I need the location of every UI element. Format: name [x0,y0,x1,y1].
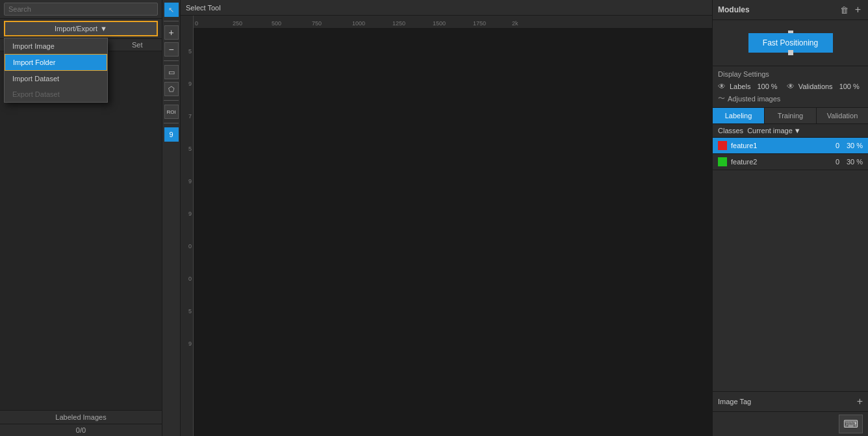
tools-panel: ↖ + − ▭ ⬠ ROI 9 [162,0,181,436]
import-export-label: Import/Export [55,25,97,32]
labels-display-row: 👁 Labels 100 % 👁 Validations 100 % [718,82,863,91]
modules-actions: 🗑 + [838,4,863,16]
class-item-feature2[interactable]: feature2 0 30 % [713,154,868,170]
canvas-main: 5 9 7 5 9 9 0 0 5 9 [181,29,712,436]
v-ruler-mark-4: 5 [188,146,192,152]
validations-eye-icon: 👁 [787,82,795,91]
image-tag-row: Image Tag + [713,391,868,411]
left-ruler: 5 9 7 5 9 9 0 0 5 9 [181,29,194,436]
v-ruler-mark-8: 0 [188,276,192,282]
class-name-feature1: feature1 [731,142,823,149]
current-image-label: Current image [747,127,793,135]
top-ruler-row: 0 250 500 750 1000 1250 1500 1750 2k [181,16,712,29]
v-ruler-mark-7: 0 [188,243,192,250]
class-pct-feature2: 30 % [843,158,863,166]
search-input[interactable] [4,3,158,16]
classes-label: Classes [718,127,743,135]
labels-eye-icon: 👁 [718,82,726,91]
zoom-out-btn[interactable]: − [164,42,179,57]
main-canvas[interactable] [194,29,712,436]
ruler-corner [181,16,194,29]
zoom-in-btn[interactable]: + [164,25,179,40]
tab-training[interactable]: Training [765,108,817,123]
fp-handle-bottom [788,50,793,55]
display-settings-title: Display Settings [718,70,863,78]
v-ruler-mark-5: 9 [188,178,192,185]
class-item-feature1[interactable]: feature1 0 30 % [713,138,868,154]
draw-rect-btn[interactable]: ▭ [164,65,179,79]
display-settings: Display Settings 👁 Labels 100 % 👁 Valida… [713,66,868,107]
validations-pct: 100 % [839,83,860,90]
right-panel: Modules 🗑 + Fast Positioning Display Set… [712,0,868,436]
ruler-mark-0: 0 [195,20,198,27]
import-export-dropdown: Import Image Import Folder Import Datase… [4,38,108,103]
select-tool-btn[interactable]: ↖ [164,3,179,17]
ruler-mark-500: 500 [272,20,281,27]
import-export-button[interactable]: Import/Export ▼ [5,22,157,35]
image-list [0,51,162,410]
page-indicator: 0/0 [0,424,162,436]
tab-labeling[interactable]: Labeling [713,108,765,123]
roi-btn[interactable]: ROI [164,105,179,119]
adjusted-images-row: 〜 Adjusted images [718,94,863,103]
class-count-feature1: 0 [826,142,839,149]
col-header-set: Set [132,41,158,49]
tab-validation[interactable]: Validation [817,108,868,123]
ruler-mark-1000: 1000 [352,20,365,27]
ruler-mark-1500: 1500 [433,20,446,27]
class-pct-feature1: 30 % [843,142,863,149]
modules-title: Modules [718,5,750,14]
image-tag-label: Image Tag [718,398,751,405]
class-color-feature2 [718,157,727,166]
ruler-mark-1250: 1250 [392,20,405,27]
ruler-mark-1750: 1750 [473,20,486,27]
select-tool-text: Select Tool [186,4,221,12]
v-ruler-mark-2: 9 [188,81,192,87]
image-tag-add-btn[interactable]: + [857,396,863,407]
labeled-images-label: Labeled Images [0,410,162,424]
import-export-arrow: ▼ [100,25,107,32]
polygon-btn[interactable]: ⬠ [164,82,179,96]
export-dataset-item[interactable]: Export Dataset [5,86,107,102]
keyboard-btn[interactable]: ⌨ [839,415,863,433]
labels-label: Labels [730,83,750,90]
modules-header: Modules 🗑 + [713,0,868,20]
canvas-area: Select Tool 0 250 500 750 1000 1250 1500… [181,0,712,436]
top-ruler: 0 250 500 750 1000 1250 1500 1750 2k [194,16,712,28]
v-ruler-mark-10: 9 [188,340,192,347]
class-name-feature2: feature2 [731,158,823,166]
class-count-feature2: 0 [826,158,839,166]
current-image-arrow: ▼ [794,127,801,135]
fast-positioning-area: Fast Positioning [713,20,868,66]
current-image-btn[interactable]: Current image ▼ [747,127,801,135]
ruler-mark-2k: 2k [512,20,518,27]
classes-header: Classes Current image ▼ [713,124,868,138]
class-list: feature1 0 30 % feature2 0 30 % [713,138,868,264]
ruler-mark-750: 750 [312,20,322,27]
validations-label: Validations [798,83,833,90]
import-dataset-item[interactable]: Import Dataset [5,71,107,86]
v-ruler-mark-9: 5 [188,308,192,314]
v-ruler-mark-6: 9 [188,211,192,217]
select-tool-bar: Select Tool [181,0,712,16]
class-color-feature1 [718,141,727,150]
add-module-btn[interactable]: + [853,4,863,16]
ruler-mark-250: 250 [233,20,242,27]
import-image-item[interactable]: Import Image [5,38,107,54]
import-folder-item[interactable]: Import Folder [5,54,107,71]
tabs-row: Labeling Training Validation [713,107,868,124]
number-btn[interactable]: 9 [164,127,179,142]
delete-module-btn[interactable]: 🗑 [838,4,850,16]
v-ruler-mark-1: 5 [188,48,192,55]
keyboard-area: ⌨ [713,411,868,436]
labels-pct: 100 % [757,83,777,90]
adjusted-images-label: Adjusted images [728,95,780,103]
v-ruler-mark-3: 7 [188,113,192,120]
